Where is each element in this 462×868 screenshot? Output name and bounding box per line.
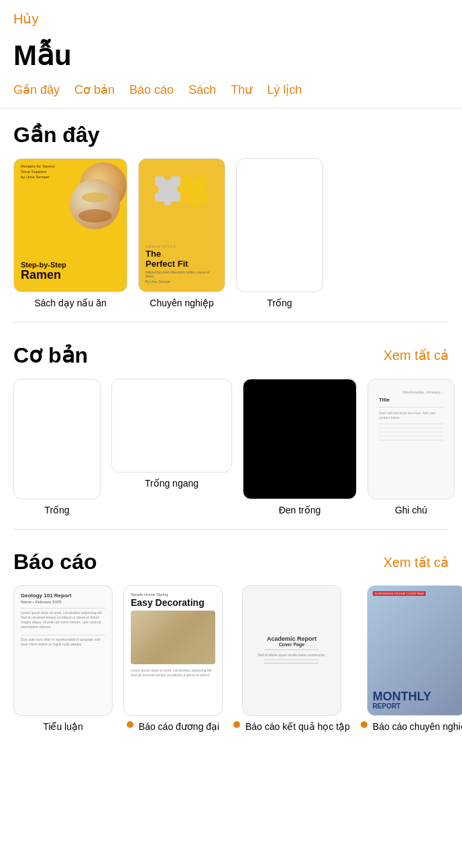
professional-label: Chuyên nghiệp [150,298,213,308]
ramen-bowl-base [78,209,112,223]
page-title: Mẫu [0,32,462,82]
tab-report[interactable]: Báo cáo [129,82,174,97]
deco-body-text: Lorem ipsum dolor sit amet, consectetur … [131,668,215,678]
acad-title-text: Academic Report [257,635,325,642]
recent-section-header: Gần đây [13,122,449,147]
puzzle-area [144,164,219,242]
geo-body-text: Lorem ipsum dolor sit amet, consectetur … [21,611,105,629]
recent-templates-row: Recipes for Savory Soup Suppers by Uma S… [13,158,449,308]
ramen-label: Sách dạy nấu ăn [34,298,107,308]
decorating-label-wrapper: Báo cáo đương đại [127,721,219,732]
geology-thumb: Geology 101 Report Name • February 2025 … [13,585,113,716]
black-blank-label: Đen trống [279,505,321,515]
category-tabs: Gần đây Cơ bản Báo cáo Sách Thư Lý lịch [0,82,462,109]
tab-letter[interactable]: Thư [231,82,252,97]
tab-resume[interactable]: Lý lịch [267,82,302,97]
basic-title: Cơ bản [13,343,88,368]
ramen-bowl-image [70,179,120,229]
decorating-thumb: Simple Home Styling Easy Decorating Lore… [123,585,223,716]
svg-point-8 [191,173,198,180]
report-section: Báo cáo Xem tất cả Geology 101 Report Na… [0,536,462,739]
recent-section: Gần đây Recipes for Savory Soup Suppers … [0,109,462,315]
blank-portrait-thumb [13,379,101,499]
decorating-dot [127,721,133,728]
template-blank-landscape[interactable]: Trống ngang [111,379,232,515]
basic-templates-row: Trống Trống ngang Đen trống Wednesday, J… [13,379,449,515]
acad-line-3 [264,663,319,664]
blank-landscape-thumb [111,379,232,473]
monthly-bg: SUSPENDISSE FEUGIAT COVER PAGE MONTHLY R… [367,586,462,715]
prof-title-text: ThePerfect Fit [146,249,218,269]
divider-2 [13,529,449,530]
blank-landscape-label: Trống ngang [145,478,198,489]
tab-basic[interactable]: Cơ bản [74,82,115,97]
geo-line-2 [21,635,105,635]
note-line-4 [379,432,443,432]
recent-title: Gần đây [13,122,99,147]
tab-book[interactable]: Sách [188,82,216,97]
deco-pretext: Simple Home Styling [131,593,215,597]
report-see-all-button[interactable]: Xem tất cả [384,554,449,570]
template-note[interactable]: Wednesday, January... Title Start with t… [367,379,455,515]
template-ramen[interactable]: Recipes for Savory Soup Suppers by Uma S… [13,158,127,308]
tab-recent[interactable]: Gần đây [13,82,60,97]
blank-recent-label: Trống [267,298,292,308]
note-heading: Title [379,397,443,403]
academic-dot [233,721,240,728]
template-decorating[interactable]: Simple Home Styling Easy Decorating Lore… [123,585,223,732]
monthly-text: MONTHLY REPORT [373,690,431,710]
acad-line-1 [264,649,319,650]
svg-point-7 [190,199,198,207]
monthly-dot [361,721,367,728]
academic-content: Academic Report Cover Page Sed ut labore… [249,593,334,708]
acad-line-2 [264,660,319,660]
deco-image [131,611,215,664]
geo-title-text: Geology 101 Report [21,593,105,599]
professional-text: URBAN STYLE ThePerfect Fit Adipiscing am… [144,242,219,286]
report-section-header: Báo cáo Xem tất cả [13,550,449,574]
monthly-label: Báo cáo chuyên nghiệp [373,721,462,732]
deco-title-text: Easy Decorating [131,598,215,608]
report-templates-row: Geology 101 Report Name • February 2025 … [13,585,449,732]
template-blank-portrait[interactable]: Trống [13,379,101,515]
svg-point-2 [164,198,172,206]
template-black-blank[interactable]: Đen trống [243,379,357,515]
academic-center: Academic Report Cover Page Sed ut labore… [257,635,325,680]
basic-see-all-button[interactable]: Xem tất cả [384,347,449,363]
puzzle-svg [152,173,212,233]
ramen-thumb: Recipes for Savory Soup Suppers by Uma S… [13,158,127,292]
geo-body-text-2: Duis aute irure dolor in reprehenderit i… [21,637,105,647]
template-geology[interactable]: Geology 101 Report Name • February 2025 … [13,585,113,732]
basic-section-header: Cơ bản Xem tất cả [13,343,449,368]
acad-subtitle-text: Cover Page [257,642,325,647]
note-line-1 [379,407,443,408]
cancel-button[interactable]: Hủy [13,11,38,27]
academic-thumb: Academic Report Cover Page Sed ut labore… [242,585,341,716]
blank-recent-thumb [236,158,323,292]
ramen-header-text: Recipes for Savory Soup Suppers by Uma S… [21,164,55,180]
note-line-2 [379,424,443,424]
monthly-label-wrapper: Báo cáo chuyên nghiệp [361,721,462,732]
note-line-6 [379,440,443,440]
note-date: Wednesday, January... [379,390,443,394]
geo-subtitle-text: Name • February 2025 [21,600,105,604]
decorating-label: Báo cáo đương đại [139,721,219,732]
monthly-sub-text: REPORT [373,702,431,710]
template-professional[interactable]: URBAN STYLE ThePerfect Fit Adipiscing am… [138,158,225,308]
divider-1 [13,322,449,322]
academic-label-wrapper: Báo cáo kết quả học tập [233,721,350,732]
template-academic[interactable]: Academic Report Cover Page Sed ut labore… [233,585,350,732]
template-blank-recent[interactable]: Trống [236,158,323,308]
acad-body-text: Sed ut labore quam strella matrix numeru… [257,653,325,657]
geo-line-1 [21,608,105,609]
ramen-title-text: Step-by-Step Ramen [21,261,66,282]
professional-thumb: URBAN STYLE ThePerfect Fit Adipiscing am… [138,158,225,292]
svg-point-6 [177,185,185,193]
report-title: Báo cáo [13,550,97,574]
black-blank-thumb [243,379,357,499]
template-monthly[interactable]: SUSPENDISSE FEUGIAT COVER PAGE MONTHLY R… [361,585,462,732]
note-line-3 [379,428,443,428]
top-bar: Hủy [0,0,462,32]
note-body-text: Start with the body text here. Add your … [379,411,443,420]
prof-subtitle-text: Adipiscing amet bibendum nullam, euise e… [146,270,218,278]
